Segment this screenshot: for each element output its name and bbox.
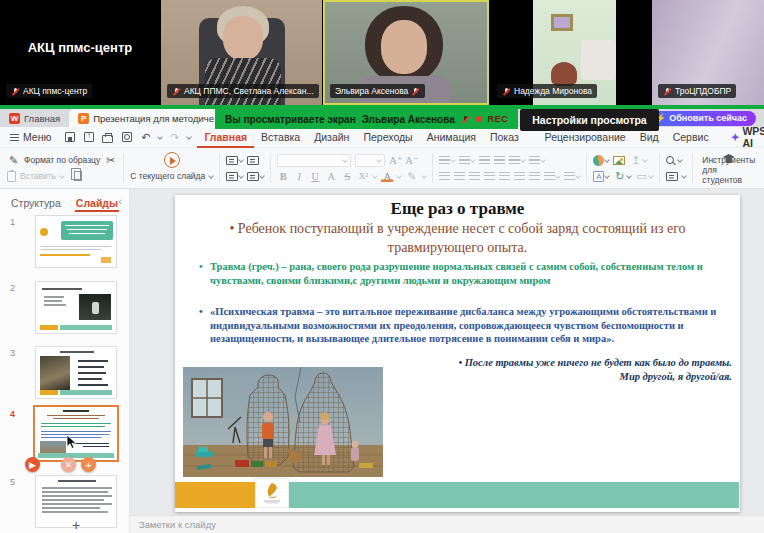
- add-slide-quick-button[interactable]: +: [81, 457, 96, 472]
- columns-icon[interactable]: [514, 172, 525, 181]
- decrease-font-button[interactable]: А⁻: [405, 154, 417, 166]
- ribbon-tab-animatsiya[interactable]: Анимация: [420, 127, 483, 148]
- italic-button[interactable]: I: [293, 171, 305, 182]
- ribbon-tab-vstavka[interactable]: Вставка: [254, 127, 307, 148]
- menu-button[interactable]: Меню: [4, 131, 57, 143]
- quickbar-more-icon[interactable]: [187, 134, 193, 140]
- text-box-button[interactable]: A: [593, 171, 609, 182]
- slide-number: 3: [10, 348, 15, 358]
- redo-icon[interactable]: ↷: [168, 131, 181, 144]
- bed-shape: [581, 40, 616, 80]
- mic-muted-icon: [172, 87, 181, 96]
- duplicate-slide-button[interactable]: [226, 172, 243, 181]
- ribbon-tab-perekhody[interactable]: Переходы: [356, 127, 419, 148]
- shapes-button[interactable]: ↻: [613, 170, 631, 183]
- slide-section-button[interactable]: [247, 172, 264, 181]
- undo-dropdown-icon[interactable]: [158, 134, 164, 140]
- increase-indent-icon[interactable]: [494, 156, 505, 165]
- superscript-button[interactable]: X²: [357, 171, 369, 181]
- highlight-color-icon[interactable]: ✎: [405, 170, 418, 183]
- divider: [692, 153, 693, 183]
- chevron-down-icon: [59, 173, 65, 179]
- copy-icon[interactable]: [74, 171, 82, 181]
- upload-button[interactable]: ↥: [629, 154, 647, 167]
- undo-icon[interactable]: ↶: [139, 131, 152, 144]
- distribute-icon[interactable]: [499, 172, 510, 181]
- from-current-slide-button[interactable]: С текущего слайда: [130, 168, 213, 184]
- new-slide-button[interactable]: [226, 156, 243, 165]
- bold-button[interactable]: B: [277, 171, 289, 182]
- slide-quote[interactable]: • После травмы уже ничего не будет как б…: [390, 356, 732, 384]
- student-tools-button[interactable]: Инструменты для студентов: [694, 151, 763, 185]
- center-logo: [255, 478, 289, 508]
- spacing-button[interactable]: [564, 172, 580, 181]
- decrease-indent-icon[interactable]: [479, 156, 490, 165]
- presenter-name: Эльвира Аксенова: [362, 114, 455, 125]
- theme-colors-button[interactable]: [593, 155, 609, 166]
- slide-lead-bullet[interactable]: • Ребенок поступающий в учреждение несет…: [215, 219, 700, 257]
- slide-title[interactable]: Еще раз о травме: [175, 199, 740, 219]
- slide-thumbnail-1[interactable]: [35, 215, 117, 268]
- strikethrough-button[interactable]: S: [341, 171, 353, 182]
- beautify-button[interactable]: ✕: [61, 457, 76, 472]
- current-slide[interactable]: Еще раз о травме • Ребенок поступающий в…: [175, 195, 740, 512]
- chevron-down-icon: [208, 173, 214, 179]
- export-icon[interactable]: [82, 131, 95, 144]
- text-effect-button[interactable]: A: [325, 171, 337, 182]
- placeholder-button[interactable]: ▭: [635, 170, 653, 183]
- align-center-icon[interactable]: [454, 172, 465, 181]
- person-shape: [551, 62, 577, 86]
- collapse-panel-icon[interactable]: ‹: [118, 195, 122, 207]
- font-size-select[interactable]: [355, 154, 385, 167]
- view-settings-button[interactable]: Настройки просмотра: [520, 109, 658, 131]
- divider: [270, 153, 271, 183]
- play-slideshow-icon[interactable]: [164, 152, 180, 168]
- slide-image-cage-painting[interactable]: [183, 367, 383, 477]
- justify-icon[interactable]: [484, 172, 495, 181]
- divider: [123, 153, 124, 183]
- update-now-button[interactable]: ⚡ Обновить сейчас: [646, 111, 756, 126]
- bullets-button[interactable]: [439, 156, 455, 165]
- play-thumbnail-button[interactable]: ▶: [25, 457, 40, 472]
- mic-muted-icon: [11, 87, 20, 96]
- slide-green-bullet[interactable]: Травма (греч.) – рана, своего рода разру…: [197, 260, 726, 287]
- tab-outline[interactable]: Структура: [11, 197, 61, 209]
- slide-thumbnail-4-selected[interactable]: [33, 405, 119, 462]
- format-painter-icon: ✎: [7, 154, 20, 167]
- tab-slides[interactable]: Слайды: [75, 194, 119, 212]
- font-color-button[interactable]: А: [381, 171, 393, 182]
- print-preview-icon[interactable]: [120, 131, 133, 144]
- add-slide-button[interactable]: +: [66, 517, 86, 533]
- increase-font-button[interactable]: А⁺: [389, 154, 401, 166]
- slide-layout-button[interactable]: [247, 156, 259, 165]
- format-painter-button[interactable]: ✎ Формат по образцу ✂: [7, 152, 117, 168]
- save-icon[interactable]: [63, 131, 76, 144]
- indent-left-icon[interactable]: [529, 172, 540, 181]
- paste-button[interactable]: Вставить: [7, 168, 117, 184]
- font-name-select[interactable]: [277, 154, 351, 167]
- slide-thumbnail-2[interactable]: [35, 281, 117, 334]
- insert-picture-icon[interactable]: [613, 156, 625, 165]
- select-button[interactable]: [666, 168, 686, 184]
- numbering-button[interactable]: [459, 156, 475, 165]
- ribbon-tab-glavnaya[interactable]: Главная: [197, 127, 254, 148]
- home-tab[interactable]: W Главная: [0, 109, 69, 127]
- align-left-icon[interactable]: [439, 172, 450, 181]
- slide-thumbnail-3[interactable]: [35, 346, 117, 399]
- wps-ai-tab[interactable]: ✦ WPS AI: [726, 125, 764, 149]
- align-objects-button[interactable]: [544, 172, 560, 181]
- face-shape: [381, 20, 427, 74]
- share-banner: Вы просматриваете экран Эльвира Аксенова…: [215, 109, 659, 129]
- find-button[interactable]: [666, 152, 686, 168]
- align-right-icon[interactable]: [469, 172, 480, 181]
- print-icon[interactable]: [101, 131, 114, 144]
- text-direction-button[interactable]: [509, 156, 525, 165]
- slide-blue-bullet[interactable]: «Психическая травма – это витальное пере…: [197, 305, 726, 346]
- slide-notes-label[interactable]: Заметки к слайду: [139, 519, 216, 530]
- scissors-icon[interactable]: ✂: [104, 154, 117, 167]
- ribbon-tab-servis[interactable]: Сервис: [666, 127, 716, 148]
- underline-button[interactable]: U: [309, 171, 321, 182]
- picture-frame: [551, 14, 573, 31]
- ribbon-tab-dizain[interactable]: Дизайн: [307, 127, 356, 148]
- line-spacing-button[interactable]: [529, 156, 545, 165]
